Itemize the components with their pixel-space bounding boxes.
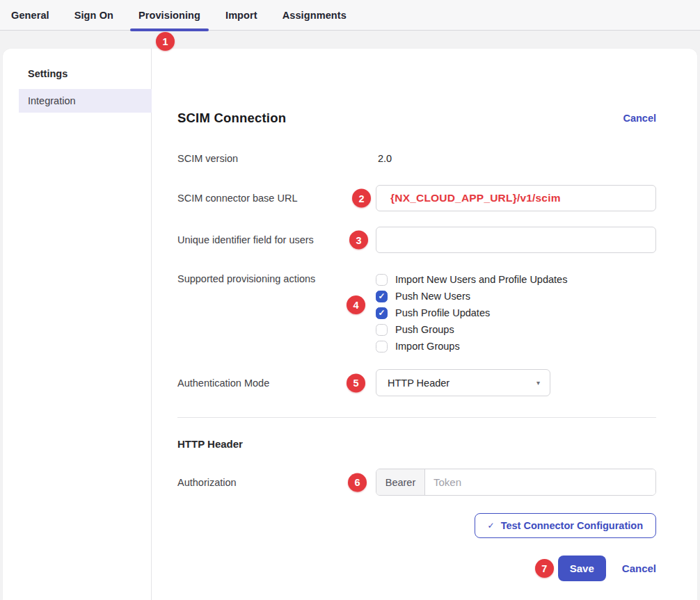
checkbox-label: Import Groups — [395, 341, 460, 352]
tab-import[interactable]: Import — [225, 0, 257, 31]
authorization-input-group: Bearer — [376, 469, 656, 496]
checkbox-icon[interactable] — [376, 274, 388, 286]
tab-sign-on[interactable]: Sign On — [74, 0, 113, 31]
page-title: SCIM Connection — [177, 108, 286, 128]
checkbox-icon[interactable] — [376, 307, 388, 319]
provisioning-panel: Settings Integration SCIM Connection Can… — [3, 49, 697, 600]
base-url-label: SCIM connector base URL — [177, 193, 376, 204]
provisioning-actions-row: Supported provisioning actions Import Ne… — [177, 271, 656, 355]
checkbox-icon[interactable] — [376, 291, 388, 302]
auth-mode-row: Authentication Mode HTTP Header ▾ 5 — [177, 369, 656, 396]
cancel-link-top[interactable]: Cancel — [623, 108, 656, 128]
test-connector-label: Test Connector Configuration — [501, 520, 643, 531]
checkbox-push-profile-updates[interactable]: Push Profile Updates — [376, 305, 656, 321]
scim-version-row: SCIM version 2.0 — [177, 152, 656, 165]
scim-connection-form: SCIM Connection Cancel SCIM version 2.0 … — [152, 49, 697, 600]
scim-version-label: SCIM version — [177, 153, 376, 164]
checkbox-push-new-users[interactable]: Push New Users — [376, 288, 656, 305]
save-button[interactable]: Save — [558, 556, 606, 581]
checkbox-import-new-users[interactable]: Import New Users and Profile Updates — [376, 271, 656, 288]
checkbox-icon[interactable] — [376, 324, 388, 336]
base-url-row: SCIM connector base URL 2 — [177, 185, 656, 211]
unique-id-row: Unique identifier field for users 3 — [177, 227, 656, 253]
token-input[interactable] — [425, 469, 655, 495]
annotation-badge-6: 6 — [348, 473, 367, 492]
tab-assignments[interactable]: Assignments — [283, 0, 347, 31]
authorization-row: Authorization Bearer 6 — [177, 469, 656, 496]
annotation-badge-1: 1 — [156, 32, 175, 51]
provisioning-actions-list: Import New Users and Profile Updates Pus… — [376, 271, 656, 355]
scim-version-value: 2.0 — [376, 153, 656, 164]
annotation-badge-4: 4 — [347, 295, 365, 314]
checkbox-label: Import New Users and Profile Updates — [395, 274, 567, 285]
base-url-input[interactable] — [376, 185, 656, 211]
sidebar-heading: Settings — [28, 68, 151, 79]
auth-mode-selected-value: HTTP Header — [388, 378, 450, 389]
tab-provisioning[interactable]: Provisioning — [138, 0, 200, 31]
checkbox-label: Push New Users — [395, 291, 470, 302]
cancel-link-bottom[interactable]: Cancel — [622, 562, 656, 574]
auth-mode-select[interactable]: HTTP Header ▾ — [376, 369, 550, 396]
annotation-badge-3: 3 — [349, 231, 368, 250]
checkbox-import-groups[interactable]: Import Groups — [376, 338, 656, 355]
app-tab-bar: General Sign On Provisioning Import Assi… — [0, 0, 700, 31]
test-connector-button[interactable]: ✓ Test Connector Configuration — [475, 513, 656, 538]
section-divider — [177, 417, 656, 418]
checkbox-icon[interactable] — [376, 341, 388, 352]
unique-id-label: Unique identifier field for users — [177, 234, 376, 245]
settings-sidebar: Settings Integration — [3, 49, 152, 600]
bearer-prefix: Bearer — [376, 469, 425, 495]
checkbox-push-groups[interactable]: Push Groups — [376, 321, 656, 338]
http-header-section-heading: HTTP Header — [177, 436, 656, 453]
tab-general[interactable]: General — [11, 0, 49, 31]
authorization-label: Authorization — [177, 477, 376, 488]
annotation-badge-5: 5 — [347, 373, 365, 392]
sidebar-item-integration[interactable]: Integration — [19, 89, 152, 113]
checkbox-label: Push Groups — [395, 324, 454, 335]
provisioning-actions-label: Supported provisioning actions — [177, 273, 376, 284]
unique-id-input[interactable] — [376, 227, 656, 253]
checkmark-icon: ✓ — [488, 521, 495, 530]
annotation-badge-2: 2 — [352, 189, 371, 208]
chevron-down-icon: ▾ — [536, 379, 540, 387]
annotation-badge-7: 7 — [535, 559, 554, 578]
checkbox-label: Push Profile Updates — [395, 307, 490, 318]
